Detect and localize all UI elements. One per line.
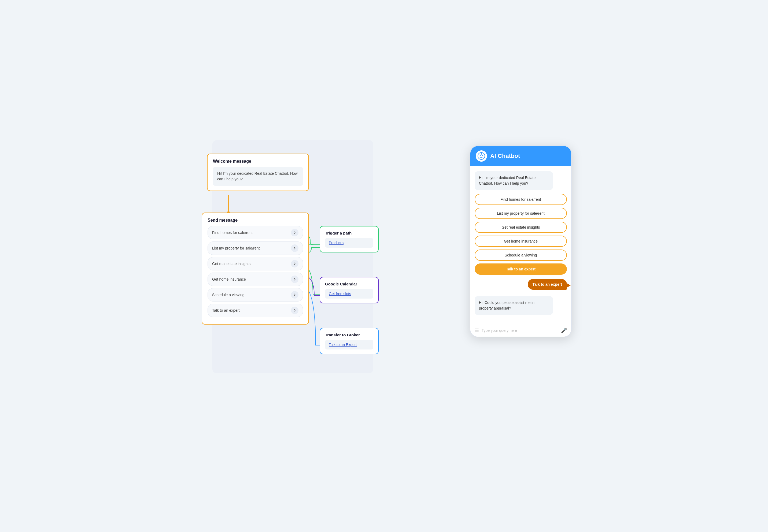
phone-body: Hi! I'm your dedicated Real Estate Chatb…	[470, 166, 571, 324]
bot-response-bubble: Hi! Could you please assist me in proper…	[475, 296, 553, 315]
phone-section: AI Chatbot Hi! I'm your dedicated Real E…	[470, 146, 572, 337]
svg-point-10	[482, 155, 483, 156]
phone-input-bar: ☰ Type your query here 🎤	[470, 324, 571, 337]
chat-talk-btn[interactable]: Talk to an expert	[475, 263, 567, 275]
mic-icon[interactable]: 🎤	[561, 328, 567, 333]
option-arrow-3[interactable]	[291, 260, 298, 267]
option-arrow-5[interactable]	[291, 291, 298, 299]
option-label-1: Find homes for sale/rent	[212, 230, 252, 235]
gcal-item[interactable]: Get free slots	[325, 289, 373, 299]
option-label-3: Get real estate insights	[212, 262, 250, 266]
bot-icon	[476, 150, 487, 162]
flow-wrapper: Welcome message Hi! I'm your dedicated R…	[196, 146, 378, 387]
flow-section: Welcome message Hi! I'm your dedicated R…	[196, 146, 454, 387]
send-message-box: Send message Find homes for sale/rent Li…	[202, 213, 309, 325]
option-arrow-1[interactable]	[291, 229, 298, 236]
trigger-path-box: Trigger a path Products	[320, 226, 378, 252]
welcome-title: Welcome message	[213, 159, 303, 164]
trigger-path-title: Trigger a path	[325, 231, 373, 235]
transfer-title: Transfer to Broker	[325, 333, 373, 337]
input-placeholder-text[interactable]: Type your query here	[482, 328, 558, 333]
option-row-4: Get home insurance	[207, 273, 303, 286]
menu-icon: ☰	[475, 328, 479, 333]
option-label-2: List my property for sale/rent	[212, 246, 259, 250]
option-row-6: Talk to an expert	[207, 304, 303, 317]
user-message-bubble: Talk to an expert	[528, 279, 567, 290]
phone-mockup: AI Chatbot Hi! I'm your dedicated Real E…	[470, 146, 572, 337]
chat-option-3[interactable]: Get real estate insights	[475, 222, 567, 233]
option-row-5: Schedule a viewing	[207, 288, 303, 302]
main-container: Welcome message Hi! I'm your dedicated R…	[196, 146, 572, 387]
chat-option-4[interactable]: Get home insurance	[475, 236, 567, 247]
gcal-title: Google Calendar	[325, 282, 373, 286]
send-message-title: Send message	[207, 218, 303, 223]
option-label-4: Get home insurance	[212, 277, 246, 281]
option-arrow-4[interactable]	[291, 276, 298, 283]
svg-point-9	[480, 155, 481, 156]
welcome-box: Welcome message Hi! I'm your dedicated R…	[207, 154, 309, 191]
option-arrow-6[interactable]	[291, 307, 298, 314]
bot-greeting-bubble: Hi! I'm your dedicated Real Estate Chatb…	[475, 171, 553, 190]
option-arrow-2[interactable]	[291, 244, 298, 252]
transfer-item[interactable]: Talk to an Expert	[325, 340, 373, 349]
trigger-path-item[interactable]: Products	[325, 238, 373, 248]
svg-point-11	[481, 153, 482, 154]
welcome-message: Hi! I'm your dedicated Real Estate Chatb…	[213, 167, 303, 186]
chat-option-2[interactable]: List my property for sale/rent	[475, 208, 567, 219]
chatbot-title: AI Chatbot	[490, 152, 520, 159]
option-row-2: List my property for sale/rent	[207, 241, 303, 255]
chat-option-5[interactable]: Schedule a viewing	[475, 250, 567, 261]
option-label-5: Schedule a viewing	[212, 293, 244, 297]
transfer-broker-box: Transfer to Broker Talk to an Expert	[320, 328, 378, 354]
chat-option-1[interactable]: Find homes for sale/rent	[475, 194, 567, 205]
option-row-3: Get real estate insights	[207, 257, 303, 270]
phone-header: AI Chatbot	[470, 146, 571, 166]
option-row-1: Find homes for sale/rent	[207, 226, 303, 239]
google-calendar-box: Google Calendar Get free slots	[320, 277, 378, 303]
option-label-6: Talk to an expert	[212, 308, 240, 312]
